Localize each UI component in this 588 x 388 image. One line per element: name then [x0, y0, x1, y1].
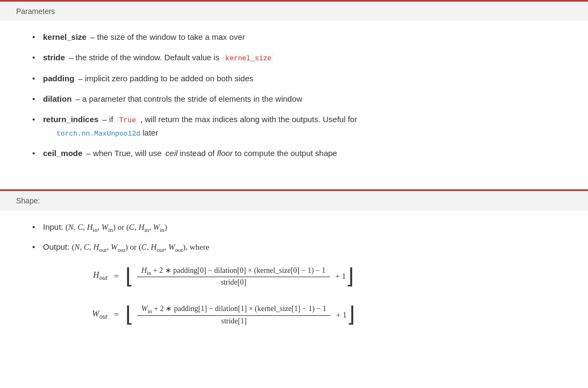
param-name-dilation: dilation [43, 94, 71, 103]
formula-w-frac: Win + 2 ∗ padding[1] − dilation[1] × (ke… [137, 303, 331, 327]
param-return-indices: return_indices – if True , will return t… [32, 113, 572, 140]
parameters-title: Parameters [16, 7, 55, 16]
maxunpool2d-link[interactable]: torch.nn.MaxUnpool2d [56, 130, 140, 138]
param-dilation: dilation – a parameter that controls the… [32, 93, 572, 105]
shape-header: Shape: [0, 189, 588, 210]
param-kernel-size: kernel_size – the size of the window to … [32, 31, 572, 44]
param-ceil-mode: ceil_mode – when True, will use ceil ins… [32, 147, 572, 160]
shape-input: Input: (N, C, Hin, Win) or (C, Hin, Win) [32, 220, 572, 235]
shape-section: Shape: Input: (N, C, Hin, Win) or (C, Hi… [0, 189, 588, 358]
formula-w-eq: = [114, 310, 119, 320]
shape-title: Shape: [16, 196, 40, 205]
parameters-content: kernel_size – the size of the window to … [0, 21, 588, 184]
param-stride: stride – the stride of the window. Defau… [32, 51, 572, 65]
formula-w-lhs: Wout [64, 309, 107, 321]
param-name-padding: padding [43, 74, 74, 83]
param-name-return-indices: return_indices [43, 115, 98, 124]
param-name-ceil-mode: ceil_mode [43, 149, 82, 158]
formula-h-eq: = [114, 272, 119, 281]
formula-h-block: Hout = ⌊ Hin + 2 ∗ padding[0] − dilation… [64, 265, 572, 327]
formula-h-frac: Hin + 2 ∗ padding[0] − dilation[0] × (ke… [137, 265, 330, 288]
floor-left-w: ⌊ [125, 304, 134, 326]
stride-default-code: kernel_size [223, 54, 274, 63]
formula-h-plus-one: + 1 [335, 272, 346, 281]
param-name-kernel-size: kernel_size [43, 32, 87, 41]
shape-output: Output: (N, C, Hout, Wout) or (C, Hout, … [32, 240, 572, 255]
shape-list: Input: (N, C, Hin, Win) or (C, Hin, Win)… [32, 220, 572, 255]
ceil-italic: ceil [166, 149, 178, 158]
output-math: (N, C, Hout, Wout) or (C, Hout, Wout), w… [71, 243, 209, 251]
floor-right-h: ⌋ [346, 266, 354, 287]
parameters-section: Parameters kernel_size – the size of the… [0, 0, 588, 184]
formula-h-numerator: Hin + 2 ∗ padding[0] − dilation[0] × (ke… [137, 265, 330, 278]
formula-w-denominator: stride[1] [217, 316, 250, 327]
input-math: (N, C, Hin, Win) or (C, Hin, Win) [66, 223, 167, 231]
formula-w-line: Wout = ⌊ Win + 2 ∗ padding[1] − dilation… [64, 303, 572, 327]
parameters-header: Parameters [0, 0, 588, 21]
formula-w-plus-one: + 1 [336, 311, 347, 320]
param-padding: padding – implicit zero padding to be ad… [32, 72, 572, 85]
return-indices-true-code: True [117, 116, 138, 125]
parameters-list: kernel_size – the size of the window to … [32, 31, 572, 160]
formula-h-denominator: stride[0] [217, 277, 250, 288]
floor-italic: floor [217, 149, 233, 158]
formula-w-numerator: Win + 2 ∗ padding[1] − dilation[1] × (ke… [137, 303, 331, 316]
formula-h-line: Hout = ⌊ Hin + 2 ∗ padding[0] − dilation… [64, 265, 572, 288]
floor-left-h: ⌊ [125, 266, 134, 287]
param-name-stride: stride [43, 53, 65, 62]
shape-content: Input: (N, C, Hin, Win) or (C, Hin, Win)… [0, 210, 588, 358]
floor-right-w: ⌋ [347, 304, 355, 326]
formula-h-lhs: Hout [64, 270, 107, 282]
